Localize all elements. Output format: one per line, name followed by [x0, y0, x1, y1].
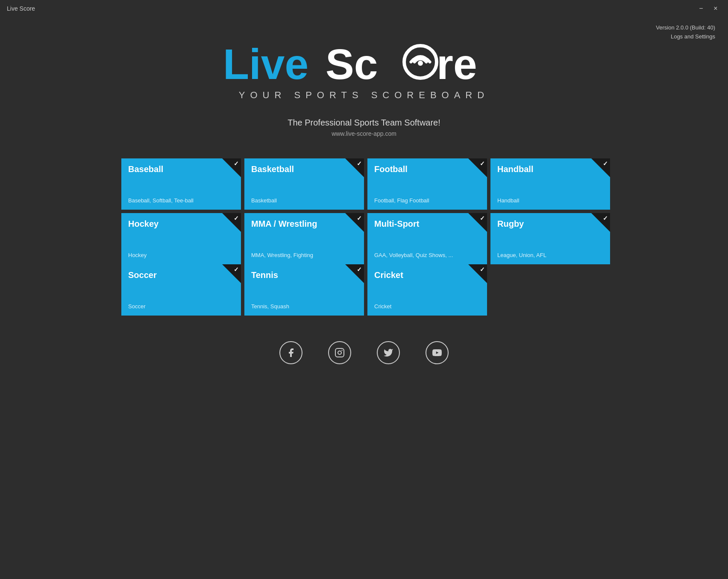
checkmark-corner: ✓ — [468, 264, 487, 283]
sport-card-subtitle: GAA, Volleyball, Quiz Shows, ... — [374, 252, 480, 258]
sport-card-title: Football — [374, 164, 480, 174]
checkmark-icon: ✓ — [480, 266, 485, 273]
checkmark-icon: ✓ — [357, 215, 362, 222]
sport-card-subtitle: Soccer — [128, 303, 234, 310]
checkmark-icon: ✓ — [234, 215, 239, 222]
sport-card-title: Basketball — [251, 164, 357, 174]
sport-card-handball[interactable]: ✓HandballHandball — [490, 158, 610, 210]
window-controls: − × — [696, 3, 721, 14]
sport-card-subtitle: Basketball — [251, 197, 357, 204]
sport-card-subtitle: MMA, Wrestling, Fighting — [251, 252, 357, 258]
sport-card-subtitle: Baseball, Softball, Tee-ball — [128, 197, 234, 204]
sport-card-subtitle: Hockey — [128, 252, 234, 258]
checkmark-icon: ✓ — [234, 266, 239, 273]
sport-card-tennis[interactable]: ✓TennisTennis, Squash — [244, 264, 364, 316]
facebook-icon[interactable] — [279, 341, 302, 364]
youtube-icon[interactable] — [426, 341, 449, 364]
sport-card-subtitle: Football, Flag Football — [374, 197, 480, 204]
sport-card-football[interactable]: ✓FootballFootball, Flag Football — [367, 158, 487, 210]
logo-subtitle: YOUR SPORTS SCOREBOARD — [239, 90, 489, 101]
app-title: Live Score — [7, 5, 35, 12]
checkmark-corner: ✓ — [222, 264, 241, 283]
checkmark-corner: ✓ — [468, 158, 487, 177]
sports-grid: ✓BaseballBaseball, Softball, Tee-ball✓Ba… — [121, 158, 607, 264]
checkmark-corner: ✓ — [345, 264, 364, 283]
sport-card-title: Cricket — [374, 270, 480, 280]
title-bar: Live Score − × — [0, 0, 728, 17]
version-info: Version 2.0.0 (Build: 40) Logs and Setti… — [656, 23, 715, 41]
sport-card-cricket[interactable]: ✓CricketCricket — [367, 264, 487, 316]
sport-card-subtitle: Handball — [497, 197, 603, 204]
checkmark-corner: ✓ — [591, 213, 610, 232]
checkmark-corner: ✓ — [468, 213, 487, 232]
checkmark-corner: ✓ — [222, 158, 241, 177]
social-bar — [0, 341, 728, 364]
twitter-icon[interactable] — [377, 341, 400, 364]
sport-card-title: Hockey — [128, 219, 234, 229]
sport-card-title: Baseball — [128, 164, 234, 174]
sport-card-title: Tennis — [251, 270, 357, 280]
svg-text:re: re — [437, 40, 477, 85]
sport-card-multi-sport[interactable]: ✓Multi-SportGAA, Volleyball, Quiz Shows,… — [367, 213, 487, 264]
checkmark-corner: ✓ — [345, 158, 364, 177]
checkmark-icon: ✓ — [357, 160, 362, 167]
sport-card-title: MMA / Wrestling — [251, 219, 357, 229]
sport-card-title: Handball — [497, 164, 603, 174]
sport-card-title: Rugby — [497, 219, 603, 229]
logs-settings-link[interactable]: Logs and Settings — [656, 32, 715, 41]
sport-card-rugby[interactable]: ✓RugbyLeague, Union, AFL — [490, 213, 610, 264]
sport-card-basketball[interactable]: ✓BasketballBasketball — [244, 158, 364, 210]
checkmark-icon: ✓ — [603, 215, 608, 222]
checkmark-corner: ✓ — [345, 213, 364, 232]
logo-svg: Live Sc re — [223, 38, 505, 85]
checkmark-corner: ✓ — [222, 213, 241, 232]
checkmark-corner: ✓ — [591, 158, 610, 177]
sport-card-title: Multi-Sport — [374, 219, 480, 229]
checkmark-icon: ✓ — [357, 266, 362, 273]
checkmark-icon: ✓ — [603, 160, 608, 167]
sport-card-hockey[interactable]: ✓HockeyHockey — [121, 213, 241, 264]
svg-point-3 — [418, 61, 423, 66]
svg-text:Live: Live — [223, 40, 308, 85]
logo: Live Sc re — [223, 38, 505, 85]
tagline: The Professional Sports Team Software! — [288, 118, 440, 128]
svg-text:Sc: Sc — [326, 40, 378, 85]
svg-point-6 — [338, 351, 341, 354]
sports-grid-last-row: ✓SoccerSoccer✓TennisTennis, Squash✓Crick… — [121, 264, 607, 316]
sport-card-title: Soccer — [128, 270, 234, 280]
sport-card-subtitle: Tennis, Squash — [251, 303, 357, 310]
checkmark-icon: ✓ — [480, 160, 485, 167]
sport-card-soccer[interactable]: ✓SoccerSoccer — [121, 264, 241, 316]
logo-area: Live Sc re YOUR SPORTS SCOREBOARD The Pr… — [0, 30, 728, 137]
website: www.live-score-app.com — [332, 130, 396, 137]
sport-card-mma---wrestling[interactable]: ✓MMA / WrestlingMMA, Wrestling, Fighting — [244, 213, 364, 264]
close-button[interactable]: × — [710, 3, 721, 14]
sport-card-subtitle: League, Union, AFL — [497, 252, 603, 258]
sport-card-baseball[interactable]: ✓BaseballBaseball, Softball, Tee-ball — [121, 158, 241, 210]
svg-rect-5 — [335, 348, 344, 357]
minimize-button[interactable]: − — [696, 3, 707, 14]
instagram-icon[interactable] — [328, 341, 351, 364]
svg-point-7 — [341, 350, 342, 351]
version-text: Version 2.0.0 (Build: 40) — [656, 23, 715, 32]
checkmark-icon: ✓ — [480, 215, 485, 222]
sport-card-subtitle: Cricket — [374, 303, 480, 310]
checkmark-icon: ✓ — [234, 160, 239, 167]
